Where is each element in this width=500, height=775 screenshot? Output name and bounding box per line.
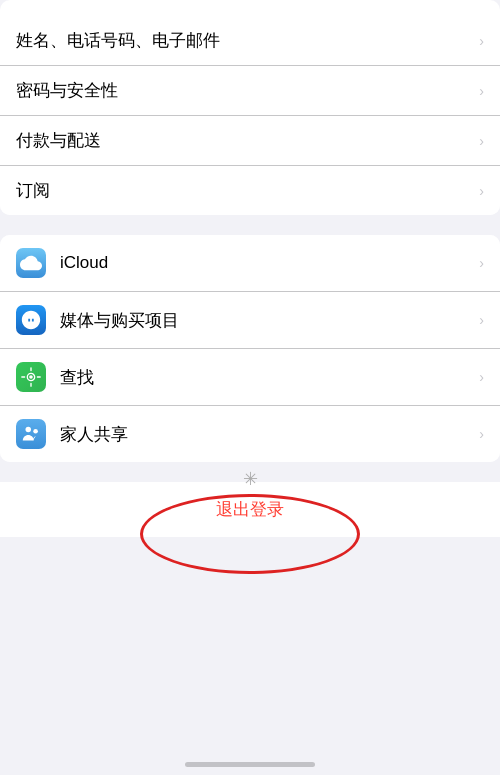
icloud-item[interactable]: iCloud › <box>0 235 500 292</box>
settings-group-2: iCloud › 媒体与购买项目 › 查找 › <box>0 235 500 462</box>
find-label: 查找 <box>60 366 473 389</box>
family-sharing-icon <box>16 419 46 449</box>
family-sharing-item[interactable]: 家人共享 › <box>0 406 500 462</box>
svg-point-2 <box>26 427 32 433</box>
find-icon <box>16 362 46 392</box>
chevron-icon: › <box>479 312 484 328</box>
loading-icon: ✳ <box>243 468 258 490</box>
home-indicator <box>185 762 315 767</box>
family-sharing-label: 家人共享 <box>60 423 473 446</box>
password-security-label: 密码与安全性 <box>16 79 473 102</box>
chevron-icon: › <box>479 83 484 99</box>
payment-delivery-item[interactable]: 付款与配送 › <box>0 116 500 166</box>
icloud-label: iCloud <box>60 253 473 273</box>
media-purchases-label: 媒体与购买项目 <box>60 309 473 332</box>
logout-label: 退出登录 <box>216 498 284 521</box>
password-security-item[interactable]: 密码与安全性 › <box>0 66 500 116</box>
subscriptions-item[interactable]: 订阅 › <box>0 166 500 215</box>
payment-delivery-label: 付款与配送 <box>16 129 473 152</box>
logout-wrapper: ✳ 退出登录 <box>0 482 500 537</box>
icloud-icon <box>16 248 46 278</box>
svg-point-1 <box>29 375 33 379</box>
logout-button[interactable]: 退出登录 <box>0 482 500 537</box>
name-phone-email-item[interactable]: 姓名、电话号码、电子邮件 › <box>0 16 500 66</box>
chevron-icon: › <box>479 33 484 49</box>
chevron-icon: › <box>479 369 484 385</box>
media-purchases-item[interactable]: 媒体与购买项目 › <box>0 292 500 349</box>
name-phone-email-label: 姓名、电话号码、电子邮件 <box>16 29 473 52</box>
subscriptions-label: 订阅 <box>16 179 473 202</box>
settings-group-1: 姓名、电话号码、电子邮件 › 密码与安全性 › 付款与配送 › 订阅 › <box>0 0 500 215</box>
chevron-icon: › <box>479 183 484 199</box>
appstore-icon <box>16 305 46 335</box>
chevron-icon: › <box>479 255 484 271</box>
chevron-icon: › <box>479 133 484 149</box>
find-item[interactable]: 查找 › <box>0 349 500 406</box>
svg-point-3 <box>33 429 38 434</box>
logout-group: 退出登录 <box>0 482 500 537</box>
chevron-icon: › <box>479 426 484 442</box>
